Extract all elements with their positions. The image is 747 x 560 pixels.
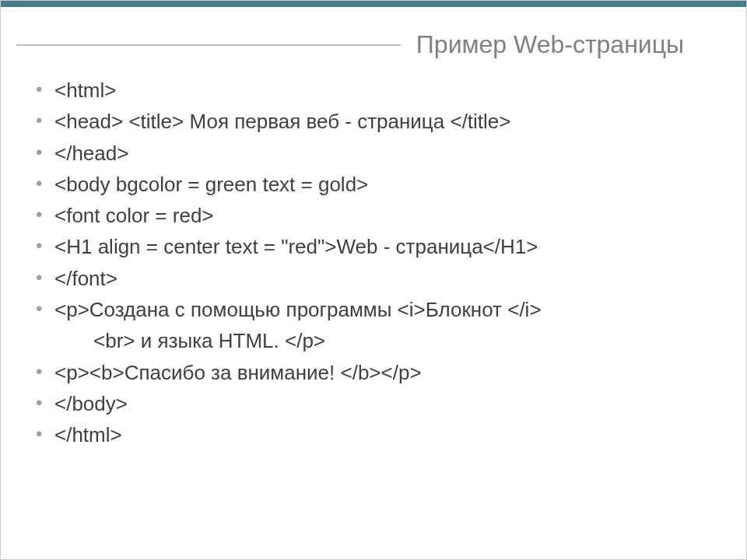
list-item: </html> [36, 419, 723, 450]
code-line: <H1 align = center text = "red">Web - ст… [54, 235, 538, 258]
code-line: <font color = red> [54, 204, 214, 227]
code-line: <p><b>Спасибо за внимание! </b></p> [54, 361, 422, 384]
content-area: <html> <head> <title> Моя первая веб - с… [1, 59, 746, 451]
title-row: Пример Web-страницы [1, 30, 746, 59]
code-list: <html> <head> <title> Моя первая веб - с… [36, 75, 723, 451]
list-item: </head> [36, 138, 723, 169]
slide: Пример Web-страницы <html> <head> <title… [0, 0, 747, 560]
code-line: <html> [54, 79, 117, 102]
code-line: <head> <title> Моя первая веб - страница… [54, 110, 511, 133]
decorative-top-bar [1, 1, 746, 7]
code-line-continuation: <br> и языка HTML. </p> [54, 325, 723, 356]
code-line: </html> [54, 423, 122, 446]
list-item: <H1 align = center text = "red">Web - ст… [36, 231, 723, 262]
code-line: </head> [54, 142, 128, 165]
code-line: <p>Создана с помощью программы <i>Блокно… [54, 298, 542, 321]
title-divider-line [16, 44, 401, 46]
list-item: <p>Создана с помощью программы <i>Блокно… [36, 294, 723, 357]
slide-title: Пример Web-страницы [416, 30, 731, 59]
code-line: </font> [54, 267, 117, 290]
list-item: <head> <title> Моя первая веб - страница… [36, 106, 723, 137]
code-line: </body> [54, 392, 128, 415]
list-item: <body bgcolor = green text = gold> [36, 169, 723, 200]
code-line: <body bgcolor = green text = gold> [54, 173, 368, 196]
list-item: <p><b>Спасибо за внимание! </b></p> [36, 357, 723, 388]
list-item: </font> [36, 263, 723, 294]
list-item: <font color = red> [36, 200, 723, 231]
list-item: </body> [36, 388, 723, 419]
list-item: <html> [36, 75, 723, 106]
